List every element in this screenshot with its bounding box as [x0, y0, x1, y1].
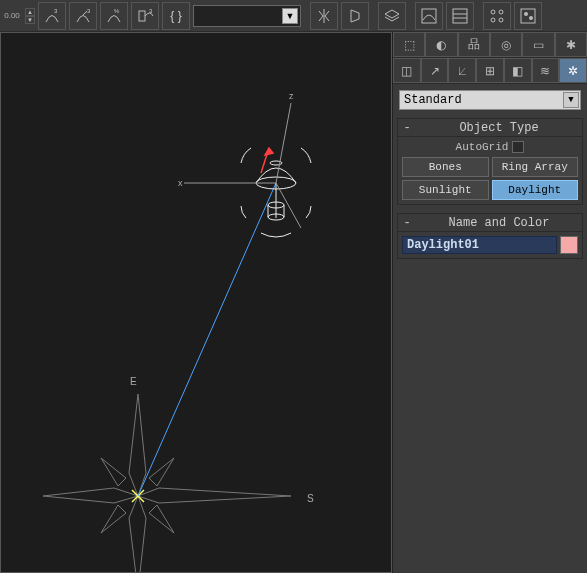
tab-create[interactable]: ⬚	[393, 32, 425, 57]
svg-marker-8	[385, 10, 399, 18]
svg-marker-24	[101, 458, 126, 486]
svg-text:x: x	[178, 178, 183, 188]
rollout-object-type: - Object Type AutoGrid Bones Ring Array …	[397, 118, 583, 205]
rollout-header-name-color[interactable]: - Name and Color	[398, 214, 582, 232]
layers-icon[interactable]	[378, 2, 406, 30]
compass-e-label: E	[130, 376, 137, 387]
svg-marker-21	[129, 496, 146, 573]
svg-marker-7	[351, 10, 359, 22]
subtab-systems[interactable]: ✲	[559, 58, 587, 83]
object-name-input[interactable]	[402, 236, 557, 254]
category-dropdown[interactable]: Standard ▼	[399, 90, 581, 110]
category-dropdown-value: Standard	[404, 93, 462, 107]
autogrid-label: AutoGrid	[456, 141, 509, 153]
mirror-icon[interactable]	[310, 2, 338, 30]
rollout-toggle-icon: -	[398, 216, 416, 230]
snap-s3-icon[interactable]: 3	[38, 2, 66, 30]
subtab-geometry[interactable]: ◫	[393, 58, 421, 83]
rollout-title: Object Type	[416, 121, 582, 135]
svg-text:z: z	[289, 91, 294, 101]
dropdown-arrow-icon[interactable]: ▼	[563, 92, 579, 108]
svg-line-38	[276, 103, 291, 183]
svg-text:3: 3	[87, 8, 91, 14]
svg-text:%: %	[114, 8, 120, 14]
svg-text:3: 3	[54, 8, 58, 14]
material-editor-icon[interactable]	[514, 2, 542, 30]
svg-marker-22	[43, 488, 138, 503]
autogrid-row: AutoGrid	[402, 141, 578, 153]
svg-marker-44	[265, 148, 273, 155]
compass-s-label: S	[307, 493, 314, 504]
panel-tabs-row2: ◫ ↗ ⟀ ⊞ ◧ ≋ ✲	[393, 58, 587, 84]
tab-utilities[interactable]: ✱	[555, 32, 587, 57]
tab-display[interactable]: ▭	[522, 32, 554, 57]
subtab-cameras[interactable]: ⊞	[476, 58, 504, 83]
rollout-toggle-icon: -	[398, 121, 416, 135]
snap-a3-icon[interactable]: 3	[69, 2, 97, 30]
snap-p3-icon[interactable]: %	[100, 2, 128, 30]
snap-e3-icon[interactable]: 3	[131, 2, 159, 30]
svg-point-14	[499, 10, 503, 14]
subtab-shapes[interactable]: ↗	[421, 58, 449, 83]
svg-rect-9	[422, 9, 436, 23]
viewport[interactable]: E S	[0, 32, 392, 573]
schematic-view-icon[interactable]	[483, 2, 511, 30]
svg-point-19	[529, 16, 533, 20]
autogrid-checkbox[interactable]	[512, 141, 524, 153]
top-toolbar: 0.00 ▲▼ 3 3 % 3 { } ▼	[0, 0, 587, 32]
panel-tabs-row1: ⬚ ◐ 品 ◎ ▭ ✱	[393, 32, 587, 58]
subtab-spacewarps[interactable]: ≋	[532, 58, 560, 83]
svg-marker-26	[101, 505, 126, 533]
svg-text:3: 3	[149, 8, 153, 14]
dropdown-arrow-icon[interactable]: ▼	[282, 8, 298, 24]
svg-rect-10	[453, 9, 467, 23]
braces-icon[interactable]: { }	[162, 2, 190, 30]
svg-point-15	[491, 18, 495, 22]
svg-rect-17	[521, 9, 535, 23]
svg-rect-4	[139, 11, 145, 21]
ring-array-button[interactable]: Ring Array	[492, 157, 579, 177]
svg-marker-20	[129, 394, 146, 496]
svg-line-42	[276, 183, 301, 228]
rollout-title: Name and Color	[416, 216, 582, 230]
subtab-helpers[interactable]: ◧	[504, 58, 532, 83]
tab-motion[interactable]: ◎	[490, 32, 522, 57]
svg-marker-23	[138, 488, 291, 503]
svg-point-18	[524, 12, 528, 16]
spinner-value: 0.00	[2, 12, 22, 20]
svg-marker-27	[149, 505, 174, 533]
rollout-name-color: - Name and Color	[397, 213, 583, 259]
svg-point-13	[491, 10, 495, 14]
command-panel: ⬚ ◐ 品 ◎ ▭ ✱ ◫ ↗ ⟀ ⊞ ◧ ≋ ✲ Standard ▼ - O…	[392, 32, 587, 573]
named-selection-dropdown[interactable]: ▼	[193, 5, 301, 27]
tab-hierarchy[interactable]: 品	[458, 32, 490, 57]
align-icon[interactable]	[341, 2, 369, 30]
subtab-lights[interactable]: ⟀	[448, 58, 476, 83]
dope-sheet-icon[interactable]	[446, 2, 474, 30]
svg-point-16	[499, 18, 503, 22]
spinner-nudge[interactable]: ▲▼	[25, 8, 35, 24]
daylight-button[interactable]: Daylight	[492, 180, 579, 200]
tab-modify[interactable]: ◐	[425, 32, 457, 57]
rollout-header-object-type[interactable]: - Object Type	[398, 119, 582, 137]
curve-editor-icon[interactable]	[415, 2, 443, 30]
svg-line-30	[138, 183, 276, 496]
bones-button[interactable]: Bones	[402, 157, 489, 177]
sunlight-button[interactable]: Sunlight	[402, 180, 489, 200]
object-color-swatch[interactable]	[560, 236, 578, 254]
